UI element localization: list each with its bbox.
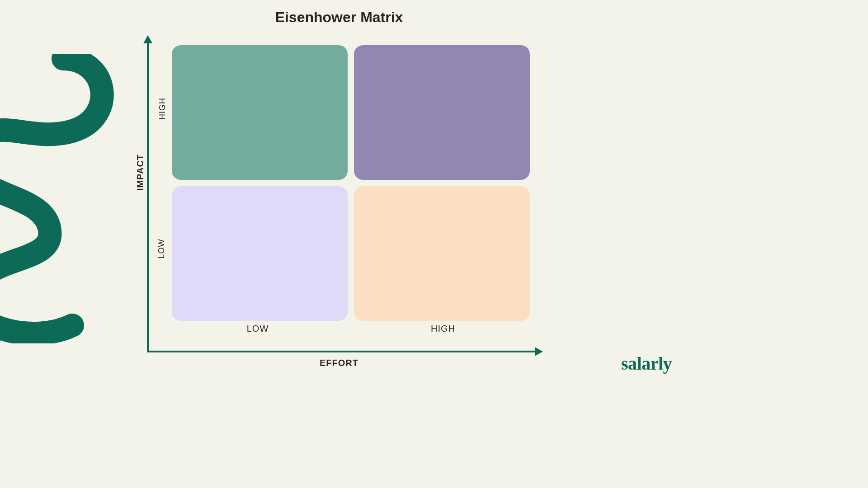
brand-logo: salarly — [621, 353, 672, 374]
quadrant-low-impact-low-effort — [172, 186, 348, 321]
y-tick-high: HIGH — [158, 98, 167, 120]
y-tick-low: LOW — [157, 239, 166, 258]
decorative-squiggle — [0, 54, 136, 343]
quadrant-high-impact-high-effort — [354, 45, 530, 180]
y-axis-line — [147, 40, 149, 352]
eisenhower-matrix-chart: Eisenhower Matrix IMPACT EFFORT HIGH LOW… — [136, 9, 542, 366]
x-tick-high: HIGH — [398, 324, 488, 334]
quadrant-high-impact-low-effort — [172, 45, 348, 180]
x-axis-line — [147, 351, 537, 352]
quadrant-low-impact-high-effort — [354, 186, 530, 321]
x-tick-low: LOW — [212, 324, 303, 334]
quadrant-grid — [172, 45, 530, 321]
y-axis-arrow-icon — [143, 35, 152, 43]
chart-title: Eisenhower Matrix — [136, 9, 542, 26]
x-axis-arrow-icon — [535, 347, 543, 356]
y-axis-label: IMPACT — [135, 154, 146, 191]
x-axis-label: EFFORT — [136, 358, 542, 368]
